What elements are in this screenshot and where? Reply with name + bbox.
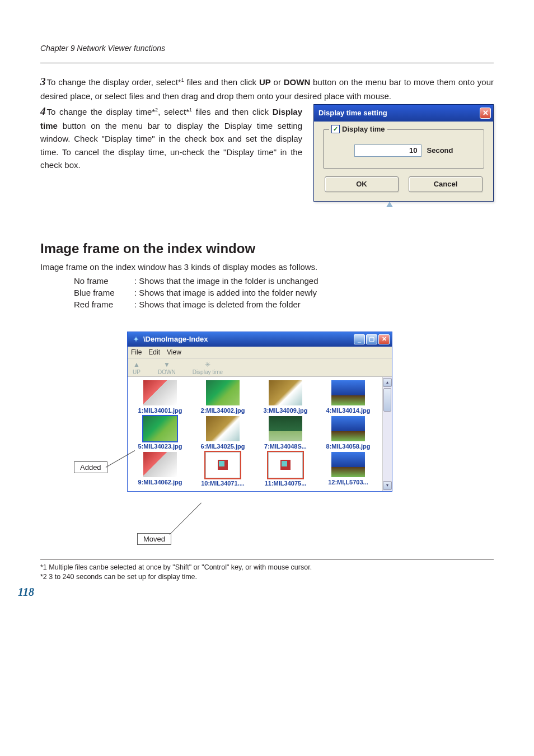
- display-time-dialog: Display time setting ✕ ✓ Display time 10…: [313, 104, 494, 202]
- thumb-label: 6:MIL34025.jpg: [201, 443, 245, 450]
- section-intro: Image frame on the index window has 3 ki…: [40, 262, 494, 272]
- step-3-number: 3: [40, 76, 46, 87]
- toolbar-down[interactable]: ▼ DOWN: [158, 361, 176, 375]
- frame-mode-desc: : Shows that the image in the folder is …: [134, 276, 494, 286]
- close-icon[interactable]: ✕: [378, 334, 390, 344]
- dialog-callout-arrow: [313, 202, 494, 207]
- arrow-up-icon: ▲: [132, 361, 141, 368]
- sun-icon: ✳: [203, 361, 212, 368]
- scroll-up-icon[interactable]: ▴: [383, 378, 392, 387]
- dialog-titlebar: Display time setting ✕: [314, 105, 493, 122]
- thumb-cell[interactable]: 7:MIL34048S...: [255, 416, 316, 450]
- thumb-cell[interactable]: 6:MIL34025.jpg: [193, 416, 253, 450]
- thumbnail-image: [269, 380, 302, 405]
- thumbnail-image: [331, 380, 365, 405]
- thumbnail-image: [206, 416, 240, 441]
- thumb-label: 9:MIL34062.jpg: [138, 479, 182, 486]
- dialog-title: Display time setting: [318, 109, 387, 117]
- thumbnail-image: [268, 452, 303, 478]
- app-icon: ✦: [132, 335, 140, 343]
- frame-mode-desc: : Shows that image is deleted from the f…: [134, 300, 494, 309]
- thumb-cell[interactable]: 9:MIL34062.jpg: [130, 452, 190, 487]
- thumb-label: 10:MIL34071....: [201, 480, 245, 487]
- index-toolbar: ▲ UP ▼ DOWN ✳ Display time: [128, 358, 392, 377]
- thumbnail-image: [205, 452, 240, 478]
- frame-mode-row: Red frame : Shows that image is deleted …: [74, 300, 494, 309]
- thumb-label: 5:MIL34023.jpg: [138, 443, 182, 450]
- maximize-icon[interactable]: ▢: [366, 334, 377, 344]
- scrollbar[interactable]: ▴ ▾: [382, 377, 392, 491]
- thumb-cell[interactable]: 8:MIL34058.jpg: [318, 416, 378, 450]
- step3-text-c: or: [271, 77, 284, 87]
- thumb-label: 2:MIL34002.jpg: [201, 407, 245, 414]
- ok-button[interactable]: OK: [325, 176, 399, 192]
- broken-image-icon: [280, 459, 291, 470]
- arrow-down-icon: ▼: [162, 361, 171, 368]
- callout-added: Added: [74, 461, 107, 473]
- footnote-1: *1 Multiple files canbe selected at once…: [40, 563, 494, 573]
- index-title: \DemoImage-Index: [143, 335, 208, 343]
- thumb-cell[interactable]: 11:MIL34075...: [255, 452, 316, 487]
- display-time-input[interactable]: 10: [354, 144, 421, 157]
- rule-top: [40, 63, 494, 63]
- index-titlebar: ✦ \DemoImage-Index _ ▢ ✕: [128, 332, 392, 347]
- page-number: 118: [18, 586, 494, 599]
- thumb-cell[interactable]: 12:MI,L5703...: [318, 452, 378, 487]
- thumbnail-image: [143, 416, 177, 441]
- frame-mode-label: Blue frame: [74, 288, 134, 297]
- section-heading: Image frame on the index window: [40, 241, 494, 256]
- step3-down: DOWN: [284, 77, 311, 87]
- toolbar-display-time[interactable]: ✳ Display time: [193, 361, 223, 375]
- toolbar-down-label: DOWN: [158, 369, 176, 375]
- cancel-button[interactable]: Cancel: [409, 176, 483, 192]
- minimize-icon[interactable]: _: [354, 334, 365, 344]
- thumbnail-image: [269, 416, 302, 441]
- callout-moved-line: [170, 502, 202, 534]
- thumbnail-image: [143, 452, 177, 477]
- scroll-down-icon[interactable]: ▾: [383, 481, 392, 490]
- thumb-label: 12:MI,L5703...: [328, 479, 368, 486]
- thumb-cell[interactable]: 10:MIL34071....: [193, 452, 253, 487]
- thumb-label: 7:MIL34048S...: [264, 443, 307, 450]
- display-time-groupbox: ✓ Display time 10 Second: [323, 129, 484, 169]
- frame-mode-label: Red frame: [74, 300, 134, 309]
- footnote-2: *2 3 to 240 seconds can be set up for di…: [40, 572, 494, 582]
- toolbar-up-label: UP: [133, 369, 140, 375]
- step-3: 3To change the display order, select*1 f…: [40, 73, 494, 103]
- rule-bottom: [40, 559, 494, 559]
- scrollbar-thumb[interactable]: [383, 388, 391, 412]
- thumb-label: 11:MIL34075...: [265, 480, 307, 487]
- display-time-checkbox[interactable]: ✓: [331, 125, 340, 133]
- thumb-label: 3:MIL34009.jpg: [264, 407, 308, 414]
- thumb-cell[interactable]: 3:MIL34009.jpg: [255, 380, 316, 414]
- thumb-cell[interactable]: 4:MIL34014.jpg: [318, 380, 378, 414]
- toolbar-up[interactable]: ▲ UP: [132, 361, 141, 375]
- close-icon[interactable]: ✕: [480, 108, 491, 119]
- thumbnail-grid: 1:MIL34001.jpg 2:MIL34002.jpg 3:MIL34009…: [128, 377, 382, 491]
- step-4: 4To change the display time*2, select*1 …: [40, 103, 302, 171]
- thumb-cell[interactable]: 2:MIL34002.jpg: [193, 380, 253, 414]
- toolbar-dt-label: Display time: [193, 369, 223, 375]
- step4-text-a: To change the display time*: [47, 107, 156, 116]
- step4-text-b: , select*: [158, 107, 189, 116]
- step3-up: UP: [259, 77, 271, 87]
- thumb-cell[interactable]: 5:MIL34023.jpg: [130, 416, 190, 450]
- index-window: ✦ \DemoImage-Index _ ▢ ✕ File Edit View …: [127, 332, 392, 492]
- frame-mode-row: Blue frame : Shows that image is added i…: [74, 288, 494, 297]
- menu-view[interactable]: View: [167, 348, 181, 356]
- thumb-cell[interactable]: 1:MIL34001.jpg: [130, 380, 190, 414]
- menu-file[interactable]: File: [131, 348, 142, 356]
- chapter-header: Chapter 9 Network Viewer functions: [40, 44, 494, 53]
- display-time-checkbox-label: Display time: [342, 125, 385, 133]
- step3-text-a: To change the display order, select*: [47, 77, 181, 87]
- frame-mode-row: No frame : Shows that the image in the f…: [74, 276, 494, 286]
- step4-text-d: button on the menu bar to display the Di…: [40, 121, 302, 170]
- broken-image-icon: [217, 459, 228, 470]
- step4-text-c: files and then click: [192, 107, 273, 116]
- thumb-label: 8:MIL34058.jpg: [326, 443, 371, 450]
- thumbnail-image: [331, 416, 365, 441]
- thumbnail-image: [143, 380, 177, 405]
- step-4-number: 4: [40, 105, 46, 117]
- menu-edit[interactable]: Edit: [148, 348, 160, 356]
- frame-mode-label: No frame: [74, 276, 134, 286]
